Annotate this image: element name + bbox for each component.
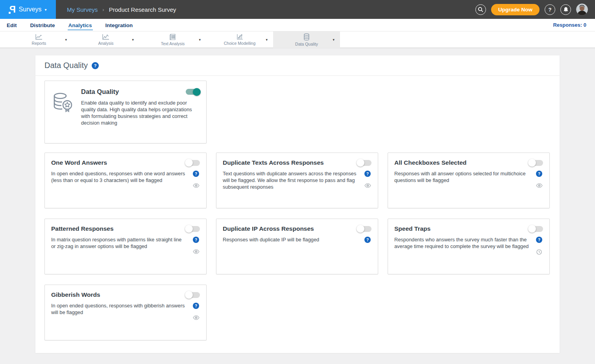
- chevron-down-icon: ▾: [333, 38, 334, 42]
- tab-edit[interactable]: Edit: [6, 20, 18, 30]
- quality-check-card: Speed Traps Respondents who answers the …: [388, 219, 550, 274]
- toggle-knob: [185, 291, 193, 299]
- toggle-knob: [185, 159, 193, 167]
- feature-toggle[interactable]: [186, 292, 200, 298]
- notifications-button[interactable]: [560, 4, 571, 15]
- eye-icon[interactable]: [536, 183, 543, 188]
- panel-body: Data Quality Enable data quality to iden…: [35, 76, 560, 340]
- page-title: Data Quality: [44, 61, 88, 70]
- eye-icon[interactable]: [193, 183, 200, 188]
- topbar-actions: Upgrade Now ?: [475, 4, 595, 15]
- breadcrumb-current-survey: Product Research Survey: [109, 6, 176, 13]
- quality-check-card: Duplicate IP Across Responses Responses …: [216, 219, 378, 274]
- product-menu-label: Surveys: [19, 6, 42, 13]
- tab-analytics[interactable]: Analytics: [68, 20, 93, 30]
- card-title: Duplicate IP Across Responses: [223, 225, 314, 232]
- chevron-down-icon: ▾: [199, 38, 201, 42]
- clock-icon[interactable]: [536, 249, 542, 255]
- analytics-toolbar: Reports ▾ Analysis ▾ Text Analysis ▾ Cho…: [0, 31, 595, 48]
- tab-distribute[interactable]: Distribute: [30, 20, 56, 30]
- card-icon-rail: ?: [364, 236, 371, 268]
- feature-toggle[interactable]: [529, 160, 543, 166]
- data-quality-panel: Data Quality ?: [35, 55, 560, 353]
- help-icon[interactable]: ?: [193, 303, 199, 309]
- toggle-knob: [185, 225, 193, 233]
- toggle-knob: [528, 225, 536, 233]
- topbar: P Surveys ▾ My Surveys › Product Researc…: [0, 0, 595, 19]
- card-icon-rail: ?: [192, 302, 200, 335]
- toolbar-item-reports[interactable]: Reports ▾: [6, 31, 72, 48]
- help-icon[interactable]: ?: [364, 237, 371, 243]
- data-quality-toggle[interactable]: [186, 89, 200, 95]
- toolbar-item-choice-modelling[interactable]: Choice Modelling ▾: [206, 31, 273, 48]
- eye-icon[interactable]: [364, 183, 371, 188]
- card-title: Duplicate Texts Across Responses: [223, 159, 324, 166]
- quality-check-card: Duplicate Texts Across Responses Text qu…: [216, 153, 378, 208]
- product-switcher[interactable]: P Surveys ▾: [0, 0, 56, 19]
- card-title: One Word Answers: [51, 159, 107, 166]
- help-icon[interactable]: ?: [536, 171, 542, 177]
- card-icon-rail: ?: [535, 170, 543, 202]
- card-description: In open ended questions, responses with …: [51, 170, 192, 202]
- document-grid-icon: [169, 33, 176, 40]
- chevron-down-icon: ▾: [266, 38, 268, 42]
- feature-toggle[interactable]: [529, 226, 543, 232]
- feature-toggle[interactable]: [186, 226, 200, 232]
- help-icon[interactable]: ?: [193, 237, 199, 243]
- search-button[interactable]: [475, 4, 486, 15]
- feature-toggle[interactable]: [357, 160, 371, 166]
- toolbar-item-analysis[interactable]: Analysis ▾: [72, 31, 139, 48]
- feature-toggle[interactable]: [186, 160, 200, 166]
- app-window: P Surveys ▾ My Surveys › Product Researc…: [0, 0, 595, 364]
- card-description: Responses with all answer options select…: [394, 170, 535, 202]
- breadcrumb-separator-icon: ›: [102, 7, 104, 13]
- card-title: Patterned Responses: [51, 225, 114, 232]
- database-icon: [303, 33, 310, 41]
- help-icon[interactable]: ?: [193, 171, 199, 177]
- scatter-chart-icon: [236, 34, 244, 40]
- feature-toggle[interactable]: [357, 226, 371, 232]
- card-description: Respondents who answers the survey much …: [394, 236, 535, 268]
- help-icon[interactable]: ?: [536, 237, 542, 243]
- toolbar-item-label: Analysis: [98, 41, 113, 46]
- toolbar-item-label: Choice Modelling: [224, 41, 256, 46]
- upgrade-now-button[interactable]: Upgrade Now: [491, 4, 540, 15]
- toolbar-item-data-quality[interactable]: Data Quality ▾: [273, 31, 340, 48]
- user-photo-icon: [576, 4, 588, 15]
- panel-header: Data Quality ?: [35, 55, 560, 76]
- help-icon[interactable]: ?: [364, 171, 371, 177]
- master-card-content: Data Quality Enable data quality to iden…: [81, 88, 200, 136]
- card-title: Gibberish Words: [51, 291, 100, 298]
- toolbar-item-label: Reports: [32, 41, 46, 46]
- toolbar-item-label: Data Quality: [295, 42, 318, 46]
- bell-icon: [563, 7, 569, 13]
- tab-integration[interactable]: Integration: [105, 20, 134, 30]
- page-help-icon[interactable]: ?: [92, 62, 99, 69]
- line-chart-icon: [35, 34, 43, 40]
- chevron-down-icon: ▾: [65, 38, 67, 42]
- chevron-down-icon: ▾: [132, 38, 134, 42]
- card-title: Data Quality: [81, 88, 119, 96]
- trend-chart-icon: [102, 34, 110, 40]
- responses-count: Responses: 0: [553, 22, 595, 28]
- avatar[interactable]: [576, 4, 588, 15]
- help-button[interactable]: ?: [545, 4, 555, 15]
- search-icon: [478, 7, 483, 12]
- breadcrumb-my-surveys[interactable]: My Surveys: [67, 6, 98, 13]
- card-title: Speed Traps: [394, 225, 431, 232]
- database-award-icon: [51, 88, 73, 136]
- chevron-down-icon: ▾: [44, 7, 46, 12]
- eye-icon[interactable]: [193, 315, 200, 320]
- card-icon-rail: ?: [535, 236, 543, 268]
- survey-nav-tabs: Edit Distribute Analytics Integration Re…: [0, 19, 595, 31]
- toggle-knob: [357, 159, 364, 167]
- breadcrumb: My Surveys › Product Research Survey: [67, 6, 176, 13]
- questionpro-logo-icon: P: [9, 5, 16, 14]
- quality-check-card: All Checkboxes Selected Responses with a…: [388, 153, 550, 208]
- toggle-knob: [357, 225, 364, 233]
- data-quality-master-card: Data Quality Enable data quality to iden…: [44, 81, 207, 143]
- toolbar-item-text-analysis[interactable]: Text Analysis ▾: [139, 31, 206, 48]
- card-description: Responses with duplicate IP will be flag…: [223, 236, 364, 268]
- eye-icon[interactable]: [193, 249, 200, 254]
- toolbar-item-label: Text Analysis: [161, 41, 185, 46]
